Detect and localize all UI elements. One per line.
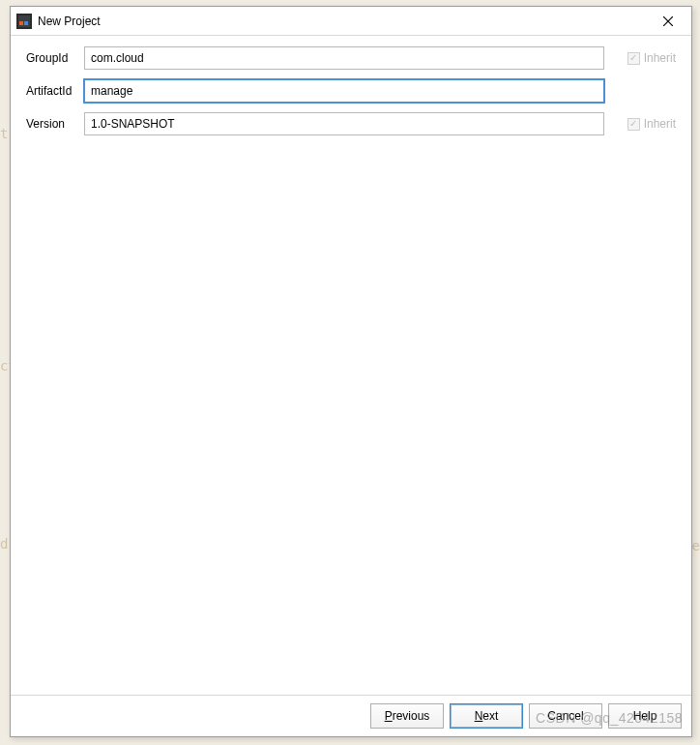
groupid-label: GroupId [26, 51, 84, 65]
groupid-row: GroupId ✓ Inherit [26, 45, 676, 71]
button-bar: Previous Next Cancel Help [11, 695, 691, 736]
next-button[interactable]: Next [450, 703, 523, 729]
app-icon [16, 14, 32, 29]
version-label: Version [26, 117, 84, 131]
close-button[interactable] [649, 8, 687, 35]
previous-button[interactable]: Previous [370, 703, 444, 729]
artifactid-row: ArtifactId [26, 78, 676, 104]
version-row: Version ✓ Inherit [26, 111, 676, 136]
inherit-version-container: ✓ Inherit [614, 117, 676, 131]
groupid-input[interactable] [84, 46, 604, 70]
content-spacer [26, 144, 676, 687]
dialog-content: GroupId ✓ Inherit ArtifactId Version ✓ I… [11, 36, 691, 695]
inherit-version-label: Inherit [644, 117, 676, 131]
new-project-dialog: New Project GroupId ✓ Inherit ArtifactId… [10, 6, 692, 737]
inherit-group-container: ✓ Inherit [614, 51, 676, 65]
bg-noise: t [0, 126, 8, 141]
cancel-button[interactable]: Cancel [529, 703, 602, 729]
close-icon [663, 16, 673, 26]
help-button[interactable]: Help [608, 703, 682, 729]
artifactid-label: ArtifactId [26, 84, 84, 98]
inherit-version-checkbox: ✓ [627, 118, 640, 131]
titlebar: New Project [11, 7, 691, 36]
previous-label-rest: revious [393, 709, 430, 723]
inherit-group-checkbox: ✓ [627, 52, 640, 65]
inherit-group-label: Inherit [644, 51, 676, 65]
bg-noise: e [692, 538, 700, 553]
dialog-title: New Project [38, 15, 649, 28]
bg-noise: d [0, 536, 8, 551]
version-input[interactable] [84, 112, 604, 135]
svg-rect-2 [19, 21, 23, 25]
artifactid-input[interactable] [84, 79, 604, 103]
next-label-rest: ext [482, 709, 498, 723]
svg-rect-3 [24, 21, 28, 25]
